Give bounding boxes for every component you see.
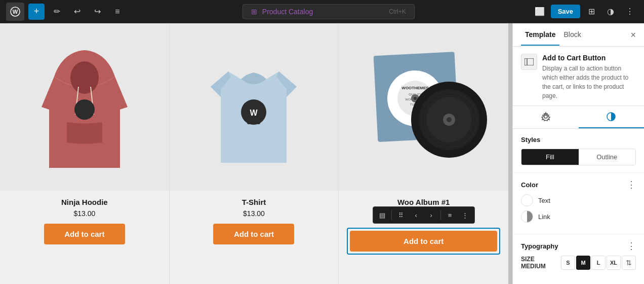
block-toolbar-drag-btn[interactable]: ⠿ <box>394 208 408 222</box>
tab-block[interactable]: Block <box>559 24 585 46</box>
product-title-woo-album: Woo Album #1 <box>397 198 450 206</box>
product-card-woo-album: WOOTHEMES QUALITY WORDPRESS TUNES <box>339 23 508 284</box>
styles-section-title: Styles <box>521 136 636 144</box>
album-image: WOOTHEMES QUALITY WORDPRESS TUNES <box>360 33 487 181</box>
sidebar-close-button[interactable]: × <box>630 30 636 40</box>
size-value: MEDIUM <box>521 263 546 270</box>
save-button[interactable]: Save <box>551 5 580 18</box>
search-bar-title: Product Catalog <box>262 8 313 16</box>
fill-style-button[interactable]: Fill <box>521 149 579 165</box>
svg-point-6 <box>78 100 91 112</box>
color-section-title: Color <box>521 181 538 189</box>
canvas: Ninja Hoodie $13.00 Add to cart <box>0 23 508 284</box>
text-color-swatch[interactable] <box>521 194 533 206</box>
hoodie-image <box>34 36 135 178</box>
block-toolbar-more-btn[interactable]: ⋮ <box>458 208 472 222</box>
sidebar-icon-tabs <box>513 106 644 129</box>
size-key: SIZE <box>521 256 535 263</box>
size-s-button[interactable]: S <box>561 256 575 270</box>
svg-rect-12 <box>247 116 251 124</box>
svg-text:W: W <box>13 9 18 15</box>
pencil-icon-button[interactable]: ✏ <box>49 4 65 20</box>
sidebar: Template Block × Add to Cart Button Disp… <box>512 23 644 284</box>
size-row: SIZE MEDIUM S M L XL ⇅ <box>521 256 636 270</box>
block-toolbar-right-btn[interactable]: › <box>424 208 438 222</box>
product-title-tshirt: T-Shirt <box>242 198 266 206</box>
product-price-ninja-hoodie: $13.00 <box>73 209 95 218</box>
svg-rect-31 <box>525 58 534 65</box>
typography-section-title: Typography <box>521 242 558 250</box>
tab-template[interactable]: Template <box>521 24 559 46</box>
product-grid: Ninja Hoodie $13.00 Add to cart <box>0 23 508 284</box>
block-name-label: Add to Cart Button <box>542 54 636 62</box>
tshirt-image: W <box>203 36 304 178</box>
product-image-tshirt: W <box>170 23 339 191</box>
block-toolbar-left-btn[interactable]: ‹ <box>409 208 423 222</box>
link-color-label: Link <box>538 213 550 221</box>
color-more-button[interactable]: ⋮ <box>627 180 636 189</box>
block-toolbar-layout-btn[interactable]: ▤ <box>375 208 389 222</box>
add-to-cart-selected-wrap: Add to cart <box>347 228 500 255</box>
add-to-cart-button-ninja-hoodie[interactable]: Add to cart <box>44 224 125 244</box>
list-view-button[interactable]: ≡ <box>109 4 126 20</box>
size-m-button[interactable]: M <box>576 256 590 270</box>
svg-point-27 <box>447 117 452 122</box>
add-block-button[interactable]: + <box>28 4 45 20</box>
sidebar-header: Template Block × <box>513 23 644 47</box>
desktop-view-button[interactable]: ⬜ <box>532 4 548 20</box>
color-section-header: Color ⋮ <box>521 180 636 189</box>
contrast-button[interactable]: ◑ <box>602 4 619 20</box>
search-bar-template-icon: ⊞ <box>251 8 257 16</box>
size-l-button[interactable]: L <box>591 256 606 270</box>
redo-button[interactable]: ↪ <box>89 4 105 20</box>
block-toolbar: ▤ ⠿ ‹ › ≡ ⋮ <box>373 206 475 224</box>
undo-button[interactable]: ↩ <box>69 4 85 20</box>
block-toolbar-divider-2 <box>440 210 441 220</box>
block-toolbar-align-btn[interactable]: ≡ <box>443 208 457 222</box>
styles-icon-tab[interactable] <box>579 106 645 128</box>
product-card-ninja-hoodie: Ninja Hoodie $13.00 Add to cart <box>0 23 170 284</box>
svg-point-2 <box>70 61 99 94</box>
layout-button[interactable]: ⊞ <box>583 4 599 20</box>
color-section: Color ⋮ Text Link <box>513 173 644 234</box>
wp-logo-button[interactable]: W <box>6 3 24 21</box>
text-color-row: Text <box>521 194 636 206</box>
add-to-cart-block-icon <box>521 54 537 70</box>
size-xl-button[interactable]: XL <box>607 256 621 270</box>
svg-text:W: W <box>250 109 258 117</box>
search-shortcut: Ctrl+K <box>389 8 406 15</box>
styles-section: Styles Fill Outline <box>513 129 644 173</box>
scrollbar[interactable] <box>508 23 512 284</box>
block-toolbar-divider-1 <box>391 210 392 220</box>
search-bar[interactable]: ⊞ Product Catalog Ctrl+K <box>243 4 415 19</box>
more-options-button[interactable]: ⋮ <box>622 4 638 20</box>
typography-more-button[interactable]: ⋮ <box>627 241 636 251</box>
sidebar-block-info-text: Add to Cart Button Display a call to act… <box>542 54 636 100</box>
settings-icon-tab[interactable] <box>513 106 579 128</box>
sidebar-block-icon-row: Add to Cart Button Display a call to act… <box>521 54 636 100</box>
block-desc-label: Display a call to action button which ei… <box>542 64 636 100</box>
add-to-cart-button-tshirt[interactable]: Add to cart <box>213 224 294 244</box>
style-buttons-group: Fill Outline <box>521 149 636 165</box>
settings-gear-icon <box>541 112 551 122</box>
topbar-right: ⬜ Save ⊞ ◑ ⋮ <box>532 4 638 20</box>
svg-rect-13 <box>257 116 260 124</box>
product-image-woo-album: WOOTHEMES QUALITY WORDPRESS TUNES <box>339 23 508 191</box>
main-area: Ninja Hoodie $13.00 Add to cart <box>0 23 644 284</box>
add-to-cart-button-woo-album[interactable]: Add to cart <box>350 231 497 252</box>
outline-style-button[interactable]: Outline <box>579 149 636 165</box>
typography-section: Typography ⋮ SIZE MEDIUM S M L XL ⇅ <box>513 234 644 274</box>
sidebar-block-info: Add to Cart Button Display a call to act… <box>513 47 644 106</box>
product-price-tshirt: $13.00 <box>243 209 265 218</box>
product-card-tshirt: W T-Shirt $13.00 Add to cart <box>170 23 339 284</box>
link-color-row: Link <box>521 210 636 223</box>
link-color-swatch[interactable] <box>521 210 533 223</box>
styles-halfcircle-icon <box>606 112 616 122</box>
svg-rect-8 <box>88 111 91 117</box>
size-custom-button[interactable]: ⇅ <box>622 256 636 270</box>
text-color-label: Text <box>538 197 550 204</box>
size-controls: S M L XL ⇅ <box>561 256 636 270</box>
product-image-ninja-hoodie <box>0 23 169 191</box>
svg-rect-7 <box>78 111 82 117</box>
product-title-ninja-hoodie: Ninja Hoodie <box>61 198 108 206</box>
